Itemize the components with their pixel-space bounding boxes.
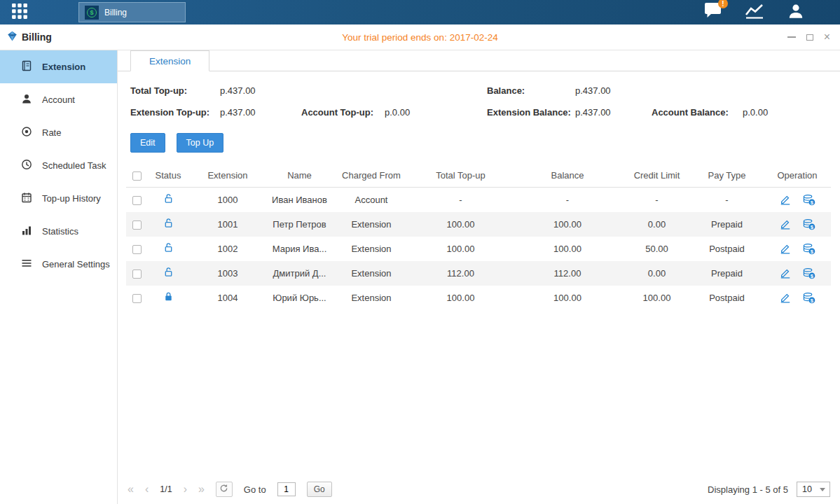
row-checkbox[interactable] [132,196,142,205]
extension-book-icon [21,60,32,74]
cell-charged-from: Account [333,187,410,212]
sidebar-item-scheduled-task[interactable]: Scheduled Task [0,149,117,182]
topup-button[interactable]: Top Up [177,133,224,153]
col-credit-limit: Credit Limit [624,164,690,187]
minimize-button[interactable] [787,36,796,38]
app-launcher-button[interactable] [0,3,39,22]
topbar-tab-billing[interactable]: $ Billing [78,2,186,22]
summary-panel: Total Top-up: p.437.00 Balance: p.437.00… [118,81,840,127]
cell-total-topup: 100.00 [410,286,511,310]
cell-credit-limit: 0.00 [624,212,690,237]
action-buttons: Edit Top Up [130,133,840,153]
table-header-row: Status Extension Name Charged From Total… [126,164,831,187]
user-menu-button[interactable] [787,2,805,23]
refresh-button[interactable] [216,482,233,497]
clock-icon [21,159,32,172]
col-pay-type: Pay Type [690,164,764,187]
grid-icon [11,3,28,22]
page-size-select[interactable]: 10 [797,482,830,497]
first-page-button[interactable]: « [128,483,134,496]
cell-charged-from: Extension [333,261,410,286]
col-balance: Balance [511,164,624,187]
status-lock-indicator [163,293,174,304]
notification-badge: ! [718,0,728,8]
extension-topup-label: Extension Top-up: [130,107,209,118]
sidebar-item-extension[interactable]: Extension [0,50,117,83]
edit-row-icon[interactable] [780,194,791,205]
cell-name: Иван Иванов [266,187,333,212]
row-checkbox[interactable] [132,245,142,254]
cell-total-topup: 112.00 [410,261,511,286]
cell-extension: 1002 [189,237,266,261]
prev-page-button[interactable]: ‹ [145,483,149,496]
trial-notice: Your trial period ends on: 2017-02-24 [0,32,840,43]
topup-row-icon[interactable]: $ [802,243,815,255]
tab-extension[interactable]: Extension [130,50,209,71]
go-button[interactable]: Go [307,482,332,497]
statistics-shortcut-button[interactable] [745,3,764,22]
sidebar-item-label: Scheduled Task [42,160,106,171]
edit-button[interactable]: Edit [130,133,165,153]
lock-icon [163,291,174,302]
balance-value: p.437.00 [575,85,611,96]
sidebar-item-label: Statistics [42,226,78,237]
next-page-button[interactable]: › [184,483,187,496]
row-checkbox[interactable] [132,220,142,230]
cell-balance: 100.00 [511,212,624,237]
cell-balance: 100.00 [511,286,624,310]
extension-table-wrap: Status Extension Name Charged From Total… [126,164,830,310]
account-balance-value: p.0.00 [743,107,768,118]
topup-row-icon[interactable]: $ [802,292,815,304]
sidebar-item-label: Account [42,94,75,105]
edit-row-icon[interactable] [780,267,791,279]
sidebar-item-statistics[interactable]: Statistics [0,215,117,248]
status-lock-indicator [163,220,174,230]
sidebar-item-account[interactable]: Account [0,83,117,116]
cell-extension: 1000 [189,187,266,212]
col-name: Name [266,164,333,187]
sidebar-item-rate[interactable]: Rate [0,116,117,149]
cell-pay-type: - [690,187,764,212]
status-lock-indicator [163,269,174,279]
status-lock-indicator [163,244,174,255]
table-row: 1000 Иван Иванов Account - - - - $ [126,187,831,212]
cell-pay-type: Postpaid [690,286,764,310]
page-size-value: 10 [797,484,812,494]
row-checkbox[interactable] [132,294,142,303]
unlock-icon [163,193,174,204]
edit-row-icon[interactable] [780,243,791,254]
close-button[interactable]: × [824,33,830,41]
notifications-button[interactable]: ! [703,3,722,22]
cell-name: Мария Ива... [266,237,333,261]
unlock-icon [163,242,174,253]
calendar-icon [21,192,32,205]
row-checkbox[interactable] [132,270,142,279]
balance-label: Balance: [487,85,525,96]
goto-page-input[interactable] [277,482,296,496]
total-topup-label: Total Top-up: [130,85,187,96]
sidebar-item-general-settings[interactable]: General Settings [0,248,117,281]
topup-row-icon[interactable]: $ [802,194,815,206]
table-row: 1004 Юрий Юрь... Extension 100.00 100.00… [126,286,831,310]
account-balance-label: Account Balance: [652,107,729,118]
sidebar-item-label: Extension [42,62,85,72]
maximize-button[interactable] [806,34,813,41]
edit-row-icon[interactable] [780,292,791,303]
sidebar-item-label: General Settings [42,259,110,270]
settings-sliders-icon [21,258,32,271]
account-topup-label: Account Top-up: [301,107,373,118]
displaying-text: Displaying 1 - 5 of 5 [708,484,788,495]
topup-row-icon[interactable]: $ [802,267,815,279]
cell-total-topup: 100.00 [410,237,511,261]
sidebar-item-label: Top-up History [42,193,101,204]
edit-row-icon[interactable] [780,218,791,230]
table-row: 1003 Дмитрий Д... Extension 112.00 112.0… [126,261,831,286]
col-status: Status [147,164,189,187]
topup-row-icon[interactable]: $ [802,218,815,230]
last-page-button[interactable]: » [198,483,205,496]
sidebar-item-topup-history[interactable]: Top-up History [0,182,117,215]
extension-balance-label: Extension Balance: [487,107,571,118]
select-all-checkbox[interactable] [132,172,142,181]
line-chart-icon [745,3,764,22]
status-lock-indicator [163,195,174,206]
